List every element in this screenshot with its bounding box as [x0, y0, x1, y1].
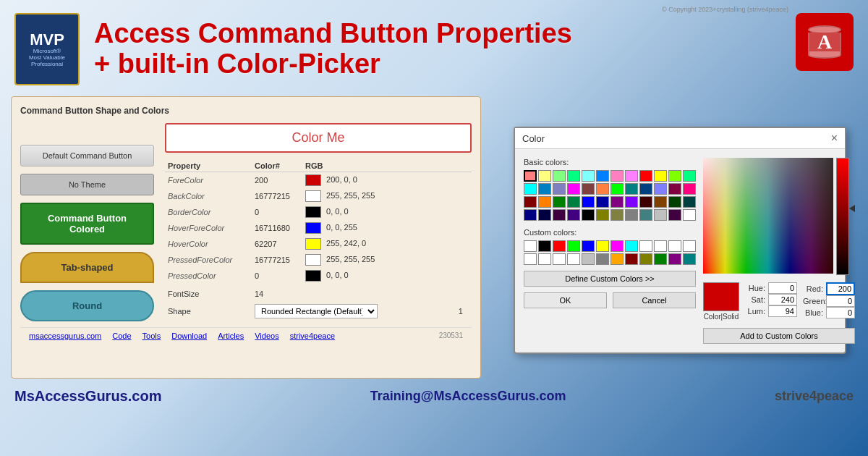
- basic-color-cell[interactable]: [610, 170, 624, 182]
- link-articles[interactable]: Articles: [218, 332, 244, 340]
- basic-color-cell[interactable]: [654, 183, 667, 195]
- color-spectrum[interactable]: [703, 158, 833, 274]
- basic-color-cell[interactable]: [524, 209, 537, 221]
- custom-color-cell[interactable]: [625, 253, 638, 265]
- prop-swatch[interactable]: [305, 238, 321, 250]
- basic-color-cell[interactable]: [654, 196, 667, 208]
- basic-color-cell[interactable]: [683, 209, 696, 221]
- custom-color-cell[interactable]: [538, 253, 551, 265]
- basic-color-cell[interactable]: [596, 196, 609, 208]
- custom-color-cell[interactable]: [639, 253, 652, 265]
- custom-color-cell[interactable]: [639, 240, 652, 252]
- basic-color-cell[interactable]: [553, 209, 566, 221]
- basic-color-cell[interactable]: [683, 183, 696, 195]
- basic-color-cell[interactable]: [567, 209, 580, 221]
- basic-color-cell[interactable]: [553, 183, 566, 195]
- basic-color-cell[interactable]: [610, 196, 624, 208]
- basic-color-cell[interactable]: [582, 196, 595, 208]
- basic-color-cell[interactable]: [538, 209, 551, 221]
- basic-color-cell[interactable]: [668, 170, 681, 182]
- custom-color-cell[interactable]: [567, 253, 580, 265]
- custom-color-cell[interactable]: [610, 253, 624, 265]
- define-custom-colors-button[interactable]: Define Custom Colors >>: [524, 271, 696, 287]
- custom-color-cell[interactable]: [596, 253, 609, 265]
- add-to-custom-colors-button[interactable]: Add to Custom Colors: [703, 328, 855, 344]
- custom-color-cell[interactable]: [524, 253, 537, 265]
- dialog-close-button[interactable]: ×: [831, 132, 838, 144]
- basic-color-cell[interactable]: [683, 196, 696, 208]
- basic-color-cell[interactable]: [582, 170, 595, 182]
- sat-input[interactable]: [768, 294, 797, 305]
- basic-color-cell[interactable]: [538, 196, 551, 208]
- basic-color-cell[interactable]: [639, 209, 652, 221]
- basic-color-cell[interactable]: [538, 170, 551, 182]
- custom-color-cell[interactable]: [596, 240, 609, 252]
- basic-color-cell[interactable]: [625, 196, 638, 208]
- color-me-button[interactable]: Color Me: [165, 123, 472, 153]
- basic-color-cell[interactable]: [639, 170, 652, 182]
- green-input[interactable]: [826, 295, 855, 307]
- custom-color-cell[interactable]: [654, 240, 667, 252]
- basic-color-cell[interactable]: [538, 183, 551, 195]
- custom-color-cell[interactable]: [553, 253, 566, 265]
- custom-color-cell[interactable]: [582, 253, 595, 265]
- custom-color-cell[interactable]: [683, 240, 696, 252]
- blue-input[interactable]: [826, 307, 855, 318]
- basic-color-cell[interactable]: [668, 209, 681, 221]
- basic-color-cell[interactable]: [553, 196, 566, 208]
- tab-shaped-button[interactable]: Tab-shaped: [20, 252, 154, 283]
- basic-color-cell[interactable]: [567, 183, 580, 195]
- basic-color-cell[interactable]: [668, 196, 681, 208]
- basic-color-cell[interactable]: [553, 170, 566, 182]
- custom-color-cell[interactable]: [582, 240, 595, 252]
- link-videos[interactable]: Videos: [255, 332, 278, 340]
- prop-swatch[interactable]: [305, 206, 321, 218]
- custom-color-cell[interactable]: [538, 240, 551, 252]
- link-code[interactable]: Code: [112, 332, 131, 340]
- prop-swatch[interactable]: [305, 190, 321, 202]
- prop-swatch[interactable]: [305, 270, 321, 282]
- cancel-button[interactable]: Cancel: [613, 292, 696, 308]
- basic-color-cell[interactable]: [524, 170, 537, 182]
- basic-color-cell[interactable]: [582, 209, 595, 221]
- ok-button[interactable]: OK: [524, 292, 607, 308]
- basic-color-cell[interactable]: [668, 183, 681, 195]
- basic-color-cell[interactable]: [625, 183, 638, 195]
- basic-color-cell[interactable]: [567, 170, 580, 182]
- custom-color-cell[interactable]: [625, 240, 638, 252]
- custom-color-cell[interactable]: [668, 253, 681, 265]
- basic-color-cell[interactable]: [610, 209, 624, 221]
- prop-swatch[interactable]: [305, 254, 321, 266]
- red-input[interactable]: [826, 282, 855, 295]
- brightness-bar[interactable]: [836, 158, 849, 275]
- link-msaccessgurus[interactable]: msaccessgurus.com: [29, 332, 101, 340]
- shape-select[interactable]: Rounded Rectangle (Default) Rectangle Ov…: [255, 304, 378, 318]
- basic-color-cell[interactable]: [625, 170, 638, 182]
- link-download[interactable]: Download: [171, 332, 207, 340]
- basic-color-cell[interactable]: [596, 170, 609, 182]
- round-button[interactable]: Round: [20, 290, 154, 321]
- basic-color-cell[interactable]: [596, 183, 609, 195]
- custom-color-cell[interactable]: [654, 253, 667, 265]
- custom-color-cell[interactable]: [553, 240, 566, 252]
- basic-color-cell[interactable]: [596, 209, 609, 221]
- lum-input[interactable]: [768, 305, 797, 317]
- default-command-button[interactable]: Default Command Button: [20, 145, 154, 166]
- basic-color-cell[interactable]: [683, 170, 696, 182]
- basic-color-cell[interactable]: [524, 196, 537, 208]
- basic-color-cell[interactable]: [610, 183, 624, 195]
- basic-color-cell[interactable]: [567, 196, 580, 208]
- hue-input[interactable]: [768, 282, 797, 294]
- basic-color-cell[interactable]: [654, 170, 667, 182]
- basic-color-cell[interactable]: [654, 209, 667, 221]
- no-theme-button[interactable]: No Theme: [20, 174, 154, 195]
- basic-color-cell[interactable]: [639, 183, 652, 195]
- prop-swatch[interactable]: [305, 174, 321, 186]
- custom-color-cell[interactable]: [668, 240, 681, 252]
- basic-color-cell[interactable]: [639, 196, 652, 208]
- link-strive4peace[interactable]: strive4peace: [290, 332, 335, 340]
- basic-color-cell[interactable]: [625, 209, 638, 221]
- custom-color-cell[interactable]: [610, 240, 624, 252]
- custom-color-cell[interactable]: [683, 253, 696, 265]
- prop-swatch[interactable]: [305, 222, 321, 234]
